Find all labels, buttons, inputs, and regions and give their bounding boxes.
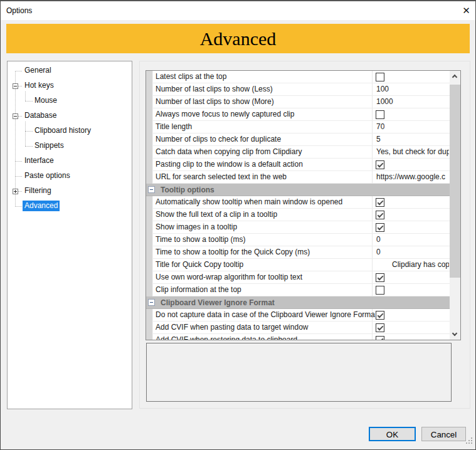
- grid-row: Catch data when copying clip from Clipdi…: [146, 146, 450, 159]
- section-header-label: Tooltip options: [161, 184, 214, 196]
- tree-connector: [15, 176, 22, 177]
- grid-row: Show images in a tooltip: [146, 221, 450, 234]
- grid-row: Always move focus to newly captured clip: [146, 108, 450, 121]
- grid-row: Add CVIF when pasting data to target win…: [146, 322, 450, 334]
- grid-row: Number of clips to check for duplicate5: [146, 133, 450, 146]
- resize-grip[interactable]: [466, 437, 467, 439]
- option-value[interactable]: 0: [376, 234, 381, 246]
- grid-row: Automatically show tooltip when main win…: [146, 196, 450, 209]
- option-checkbox[interactable]: [376, 336, 384, 340]
- tree-connector: [15, 71, 22, 72]
- tree-item-clipboard-history[interactable]: Clipboard history: [33, 125, 93, 136]
- option-checkbox[interactable]: [376, 110, 384, 119]
- option-checkbox[interactable]: [376, 211, 384, 219]
- option-label: Number of clips to check for duplicate: [156, 133, 281, 145]
- grid-row: Latest clips at the top: [146, 71, 450, 83]
- grid-row: Time to show a tooltip (ms)0: [146, 234, 450, 246]
- tree-item-advanced[interactable]: Advanced: [23, 201, 60, 211]
- tree-panel: GeneralHot keysMouseDatabaseClipboard hi…: [7, 61, 132, 409]
- option-checkbox[interactable]: [376, 73, 384, 81]
- section-header[interactable]: Tooltip options: [146, 184, 450, 196]
- option-value[interactable]: 0: [376, 246, 381, 258]
- option-checkbox[interactable]: [376, 223, 384, 232]
- tree-item-filtering[interactable]: Filtering: [23, 186, 53, 196]
- tree-connector: [15, 71, 16, 206]
- option-value[interactable]: 1000: [376, 96, 393, 108]
- option-label: Number of last clips to show (Less): [156, 83, 273, 95]
- option-label: Use own word-wrap algorithm for tooltip …: [156, 271, 302, 283]
- expand-icon[interactable]: [13, 189, 18, 194]
- scrollbar-thumb[interactable]: [450, 85, 460, 278]
- page-banner: Advanced: [6, 24, 470, 53]
- scroll-up-button[interactable]: [450, 71, 460, 81]
- option-checkbox[interactable]: [376, 323, 384, 332]
- option-value[interactable]: 100: [376, 83, 389, 95]
- tree-connector: [25, 122, 26, 146]
- tree-connector: [25, 131, 33, 132]
- ok-button[interactable]: OK: [369, 427, 416, 441]
- vertical-scrollbar[interactable]: [450, 71, 460, 340]
- option-checkbox[interactable]: [376, 286, 384, 295]
- tree-item-mouse[interactable]: Mouse: [33, 95, 59, 106]
- tree-connector: [18, 86, 22, 87]
- option-label: Show the full text of a clip in a toolti…: [156, 209, 277, 221]
- collapse-icon[interactable]: [13, 113, 18, 119]
- tree-connector: [15, 161, 22, 162]
- option-label: Do not capture data in case of the Clipb…: [156, 309, 375, 321]
- option-checkbox[interactable]: [376, 311, 384, 320]
- tree-item-snippets[interactable]: Snippets: [33, 140, 66, 151]
- collapse-icon[interactable]: [148, 186, 155, 193]
- option-label: Pasting clip to the window is a default …: [156, 159, 303, 170]
- option-value[interactable]: 5: [376, 133, 381, 145]
- option-value[interactable]: Yes, but check for dup: [376, 146, 449, 158]
- page-title: Advanced: [200, 28, 277, 49]
- option-label: Title for Quick Copy tooltip: [156, 259, 243, 271]
- grid-row: Add CVIF when restoring data to clipboar…: [146, 334, 450, 340]
- tree-item-general[interactable]: General: [23, 65, 53, 76]
- option-label: Add CVIF when pasting data to target win…: [156, 322, 308, 333]
- tree-connector: [18, 191, 22, 192]
- option-checkbox[interactable]: [376, 273, 384, 282]
- option-label: Show images in a tooltip: [156, 221, 237, 233]
- option-label: Add CVIF when restoring data to clipboar…: [156, 334, 297, 340]
- option-checkbox[interactable]: [376, 198, 384, 207]
- tree-item-interface[interactable]: Interface: [23, 155, 56, 166]
- tree-connector: [18, 116, 22, 117]
- grid-row: Pasting clip to the window is a default …: [146, 159, 450, 171]
- grid-row: Clip information at the top: [146, 284, 450, 296]
- collapse-icon[interactable]: [148, 299, 155, 306]
- title-bar: Options: [1, 1, 475, 20]
- grid-row: Show the full text of a clip in a toolti…: [146, 209, 450, 221]
- option-label: Number of last clips to show (More): [156, 96, 274, 108]
- option-description-box: [146, 343, 452, 402]
- grid-row: Use own word-wrap algorithm for tooltip …: [146, 271, 450, 284]
- option-value[interactable]: Clipdiary has cop: [392, 259, 449, 271]
- option-label: Title length: [156, 121, 192, 133]
- option-label: Time to show a tooltip (ms): [156, 234, 246, 246]
- option-value[interactable]: https://www.google.c: [376, 171, 445, 183]
- grid-row: Number of last clips to show (More)1000: [146, 96, 450, 108]
- tree-item-database[interactable]: Database: [23, 110, 58, 121]
- option-checkbox[interactable]: [376, 160, 384, 169]
- grid-row: Title length70: [146, 121, 450, 133]
- collapse-icon[interactable]: [13, 83, 18, 89]
- option-label: Latest clips at the top: [156, 71, 226, 83]
- tree-item-paste-options[interactable]: Paste options: [23, 170, 72, 181]
- option-label: Automatically show tooltip when main win…: [156, 196, 342, 208]
- option-label: Always move focus to newly captured clip: [156, 108, 294, 120]
- cancel-button[interactable]: Cancel: [421, 427, 466, 441]
- section-header[interactable]: Clipboard Viewer Ignore Format: [146, 296, 450, 309]
- chevron-up-icon: [452, 75, 457, 80]
- close-icon[interactable]: ✕: [457, 1, 475, 20]
- tree-connector: [15, 206, 22, 207]
- section-header-label: Clipboard Viewer Ignore Format: [161, 296, 275, 309]
- grid-row: Title for Quick Copy tooltipClipdiary ha…: [146, 259, 450, 271]
- option-value[interactable]: 70: [376, 121, 384, 133]
- option-label: Clip information at the top: [156, 284, 241, 296]
- option-label: URL for search selected text in the web: [156, 171, 287, 183]
- chevron-down-icon: [452, 331, 457, 336]
- tree-item-hot-keys[interactable]: Hot keys: [23, 80, 56, 91]
- scroll-down-button[interactable]: [450, 329, 460, 340]
- tree-connector: [25, 146, 33, 147]
- option-label: Time to show a tooltip for the Quick Cop…: [156, 246, 310, 258]
